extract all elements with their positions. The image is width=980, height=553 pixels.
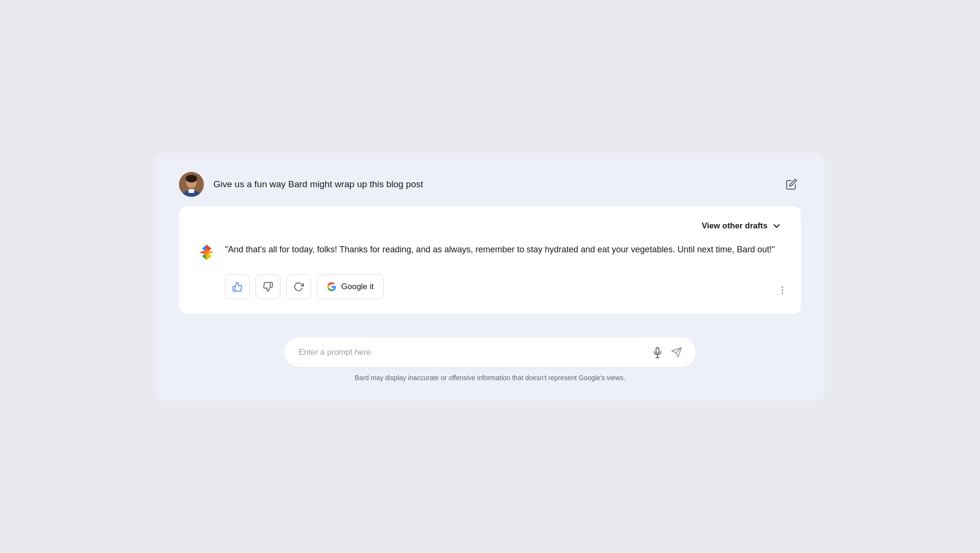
thumbs-up-button[interactable] <box>225 274 250 299</box>
response-body: "And that's all for today, folks! Thanks… <box>198 243 782 261</box>
prompt-input-wrapper <box>284 338 696 367</box>
send-button[interactable] <box>667 343 686 362</box>
send-icon <box>671 347 682 358</box>
more-options-button[interactable] <box>773 281 791 299</box>
svg-point-6 <box>782 289 783 291</box>
response-text: "And that's all for today, folks! Thanks… <box>225 243 782 257</box>
response-card: View other drafts <box>179 206 801 314</box>
bard-icon <box>198 244 215 261</box>
mic-icon <box>652 347 663 358</box>
mic-button[interactable] <box>648 343 667 362</box>
edit-button[interactable] <box>782 175 801 194</box>
svg-rect-4 <box>189 189 194 193</box>
disclaimer-text: Bard may display inaccurate or offensive… <box>355 374 625 382</box>
svg-rect-8 <box>656 348 659 353</box>
svg-point-2 <box>186 175 197 182</box>
user-prompt-row: Give us a fun way Bard might wrap up thi… <box>179 172 801 197</box>
view-drafts-label: View other drafts <box>702 221 768 231</box>
refresh-icon <box>293 282 304 292</box>
refresh-button[interactable] <box>286 274 311 299</box>
main-container: Give us a fun way Bard might wrap up thi… <box>155 153 825 401</box>
view-other-drafts-button[interactable]: View other drafts <box>702 221 782 231</box>
avatar <box>179 172 204 197</box>
view-drafts-row: View other drafts <box>198 221 782 231</box>
user-prompt-left: Give us a fun way Bard might wrap up thi… <box>179 172 423 197</box>
thumbs-down-button[interactable] <box>256 274 280 299</box>
thumbs-down-icon <box>263 282 273 292</box>
google-it-button[interactable]: Google it <box>317 274 384 299</box>
more-options-icon <box>777 285 788 295</box>
action-buttons-row: Google it <box>225 274 782 299</box>
google-g-icon <box>327 282 336 292</box>
svg-point-7 <box>782 293 783 294</box>
google-it-label: Google it <box>341 282 374 292</box>
chevron-down-icon <box>771 221 782 231</box>
avatar-svg <box>179 172 204 197</box>
input-area: Bard may display inaccurate or offensive… <box>179 338 801 382</box>
edit-icon <box>786 179 797 190</box>
user-prompt-text: Give us a fun way Bard might wrap up thi… <box>213 179 423 190</box>
svg-point-5 <box>782 286 783 288</box>
prompt-input[interactable] <box>294 348 648 357</box>
bard-sparkle-svg <box>198 244 215 261</box>
thumbs-up-icon <box>232 282 243 292</box>
